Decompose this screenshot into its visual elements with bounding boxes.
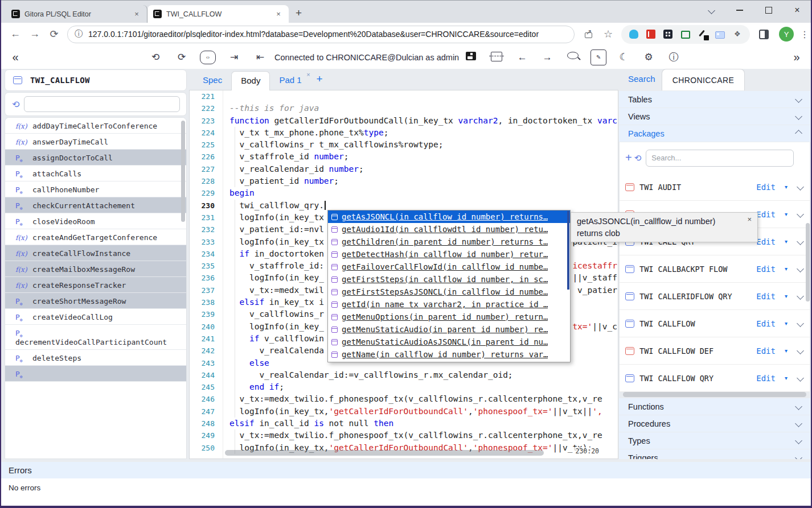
- eyedropper-extension-icon[interactable]: [698, 30, 707, 39]
- chevron-down-icon[interactable]: [797, 183, 804, 191]
- dropdown-caret-icon[interactable]: ▾: [785, 238, 788, 245]
- close-window-button[interactable]: ×: [794, 6, 799, 15]
- section-types[interactable]: Types: [619, 432, 810, 449]
- refresh-icon[interactable]: ⟲: [12, 99, 19, 110]
- section-functions[interactable]: Functions: [619, 398, 810, 415]
- autocomplete-item[interactable]: getAudio1Id(in_callflowdtl_id number) re…: [328, 223, 570, 236]
- member-row[interactable]: P⊕deleteSteps: [5, 350, 186, 366]
- back-icon[interactable]: ←: [517, 52, 527, 63]
- autocomplete-scrollbar[interactable]: [567, 211, 569, 290]
- add-package-icon[interactable]: +: [625, 151, 632, 164]
- package-search-input[interactable]: [646, 150, 794, 167]
- address-bar[interactable]: ⓘ 127.0.0.1:7101/gitoraeditor/plsqledito…: [67, 26, 575, 43]
- member-row[interactable]: f(x)answerDayTimeCall: [5, 134, 186, 150]
- code-line-228[interactable]: 228 v_patient_id number;: [190, 175, 618, 187]
- tab-search-icon[interactable]: [708, 7, 716, 14]
- close-tab-icon[interactable]: ×: [132, 10, 141, 18]
- package-row[interactable]: TWI_CALLFLOW_QRYEdit▾: [620, 365, 810, 392]
- dropdown-caret-icon[interactable]: ▾: [785, 375, 788, 381]
- package-row[interactable]: TWI_CALLFLOW_DEFEdit▾: [620, 337, 810, 365]
- browser-tab[interactable]: TWI_CALLFLOW×: [147, 5, 289, 23]
- code-line-246[interactable]: 246 v_tx:=medx_twilio.f_phonespoof_tx(v_…: [190, 393, 618, 405]
- editor-tab-spec[interactable]: Spec: [194, 71, 231, 90]
- edit-link[interactable]: Edit: [756, 183, 776, 192]
- autocomplete-item[interactable]: getFirstStepsAsJSONCL(in_callflow_id num…: [328, 286, 570, 298]
- code-line-248[interactable]: 248elsif in_call_id is not null then: [190, 418, 618, 429]
- bookmark-star-icon[interactable]: ☆: [598, 28, 618, 40]
- refresh-packages-icon[interactable]: ⟲: [634, 153, 642, 163]
- undo-icon[interactable]: ⟲: [150, 52, 161, 63]
- chevron-down-icon[interactable]: [797, 347, 804, 354]
- browser-menu-icon[interactable]: ⋮: [798, 29, 811, 40]
- code-line-221[interactable]: 221: [190, 90, 618, 102]
- autocomplete-item[interactable]: getMenuStaticAudioAsJSONCL(in_parent_id …: [328, 336, 570, 348]
- member-row[interactable]: P⊕checkCurrentAttachement: [5, 197, 186, 213]
- tab-schema[interactable]: CHRONICCARE: [662, 69, 745, 90]
- tab-search[interactable]: Search: [628, 74, 655, 84]
- errors-panel-header[interactable]: Errors: [1, 462, 811, 478]
- settings-icon[interactable]: ⚙: [643, 52, 654, 63]
- code-line-226[interactable]: 226 v_staffrole_id number;: [190, 151, 618, 163]
- indent-left-icon[interactable]: ⇤: [255, 52, 265, 63]
- member-row[interactable]: P⊕closeVideoRoom: [5, 213, 186, 229]
- avatar[interactable]: Y: [779, 27, 794, 42]
- autocomplete-item[interactable]: getAsJSONCL(in_callflow_id number) retur…: [328, 210, 570, 223]
- member-row[interactable]: f(x)addDayTimeCallerToConference: [5, 118, 186, 134]
- autocomplete-item[interactable]: getName(in_callflow_id number) returns v…: [328, 348, 570, 361]
- grid-extension-icon[interactable]: [663, 30, 672, 39]
- code-line-229[interactable]: 229begin: [190, 187, 618, 199]
- annotate-icon[interactable]: ✎: [593, 52, 604, 63]
- chevron-down-icon[interactable]: [797, 320, 804, 327]
- browser-tab[interactable]: Gitora PL/SQL Editor×: [6, 5, 147, 23]
- site-info-icon[interactable]: ⓘ: [75, 29, 83, 39]
- member-row[interactable]: P⊕attachCalls: [5, 166, 186, 181]
- share-icon[interactable]: ↗: [579, 30, 598, 39]
- new-tab-button[interactable]: +: [296, 7, 302, 19]
- ghost-extension-icon[interactable]: [629, 30, 638, 39]
- chevron-down-icon[interactable]: [797, 292, 804, 300]
- add-pad-button[interactable]: +: [311, 70, 329, 90]
- dropdown-caret-icon[interactable]: ▾: [785, 293, 788, 299]
- capture-extension-icon[interactable]: [681, 31, 690, 39]
- member-row[interactable]: f(x)createResponseTracker: [5, 277, 186, 293]
- edit-link[interactable]: Edit: [756, 237, 776, 246]
- editor-horizontal-scrollbar[interactable]: [225, 450, 544, 456]
- dropdown-caret-icon[interactable]: ▾: [785, 320, 788, 327]
- dropdown-caret-icon[interactable]: ▾: [785, 184, 788, 190]
- forward-icon[interactable]: →: [542, 52, 552, 63]
- member-row[interactable]: f(x)createAndGetTargetConference: [5, 229, 186, 245]
- forward-icon[interactable]: →: [25, 28, 44, 40]
- dropdown-caret-icon[interactable]: ▾: [785, 348, 788, 354]
- url-text[interactable]: 127.0.0.1:7101/gitoraeditor/plsqleditor-…: [88, 30, 539, 39]
- section-tables[interactable]: Tables: [619, 91, 810, 108]
- indent-right-icon[interactable]: ⇥: [229, 52, 239, 63]
- info-icon[interactable]: ⓘ: [669, 52, 679, 63]
- code-line-227[interactable]: 227 v_realCalendar_id number;: [190, 163, 618, 175]
- chevron-down-icon[interactable]: [797, 265, 804, 272]
- member-row[interactable]: f(x)createMailboxMessageRow: [5, 261, 186, 277]
- save-icon[interactable]: [466, 52, 476, 60]
- package-row[interactable]: TWI_CALLBACKPT_FLOWEdit▾: [620, 255, 810, 283]
- comment-icon[interactable]: ‹›: [203, 52, 213, 63]
- member-search-input[interactable]: [24, 96, 180, 112]
- autocomplete-item[interactable]: getFailoverCallFlowId(in_callflow_id num…: [328, 261, 570, 273]
- editor-tab-body[interactable]: Body: [231, 71, 270, 90]
- code-line-249[interactable]: 249 v_tx:=medx_twilio.f_phonespoof_tx(v_…: [190, 429, 618, 441]
- edit-link[interactable]: Edit: [756, 374, 776, 383]
- section-views[interactable]: Views: [619, 108, 810, 125]
- autocomplete-item[interactable]: getMenuStaticAudio(in_parent_id number) …: [328, 323, 570, 336]
- member-row[interactable]: f(x)createCallFlowInstance: [5, 245, 186, 261]
- close-tab-icon[interactable]: ×: [274, 10, 283, 18]
- print-icon[interactable]: [491, 52, 502, 61]
- packages-horizontal-scrollbar[interactable]: [623, 392, 806, 397]
- autocomplete-item[interactable]: getId(in_name_tx varchar2, in_practice_i…: [328, 298, 570, 311]
- collapse-left-icon[interactable]: «: [10, 52, 20, 63]
- dropdown-caret-icon[interactable]: ▾: [785, 211, 788, 217]
- minimize-button[interactable]: [736, 10, 743, 11]
- package-row[interactable]: TWI_AUDITEdit▾: [620, 174, 810, 201]
- edit-link[interactable]: Edit: [756, 346, 776, 356]
- code-line-222[interactable]: 222--this is for java: [190, 102, 618, 114]
- chevron-down-icon[interactable]: [797, 374, 804, 382]
- package-row[interactable]: TWI_CALLERIDFLOW_QRYEdit▾: [620, 283, 810, 310]
- member-row[interactable]: P⊕createShortMessageRow: [5, 293, 186, 309]
